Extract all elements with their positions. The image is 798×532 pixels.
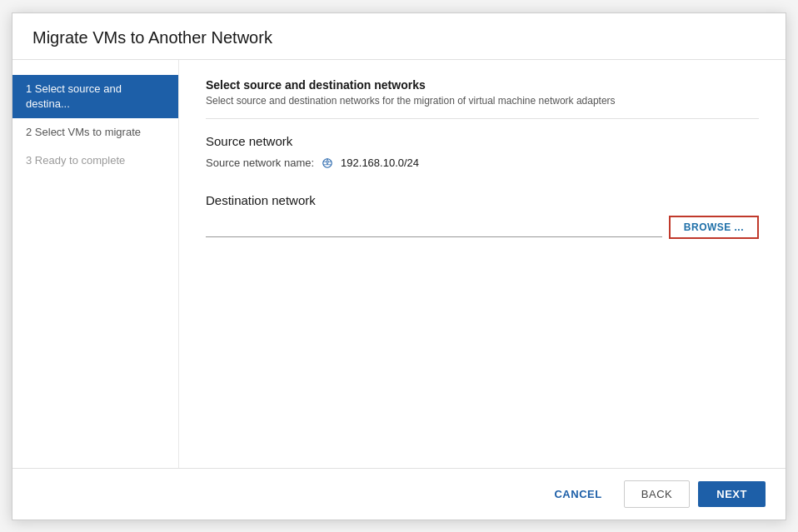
next-button[interactable]: NEXT: [698, 481, 766, 507]
section-desc: Select source and destination networks f…: [206, 95, 759, 119]
svg-point-0: [323, 158, 332, 167]
step-2-label: 2 Select VMs to migrate: [26, 126, 141, 138]
wizard-step-3: 3 Ready to complete: [12, 147, 178, 175]
main-content: Select source and destination networks S…: [179, 60, 786, 468]
source-network-row: Source network name: 192.168.10.0/24: [206, 157, 759, 170]
migrate-vms-dialog: Migrate VMs to Another Network 1 Select …: [12, 12, 786, 520]
wizard-step-1[interactable]: 1 Select source and destina...: [12, 75, 178, 118]
wizard-sidebar: 1 Select source and destina... 2 Select …: [12, 60, 179, 468]
destination-network-input[interactable]: [206, 217, 662, 237]
step-3-label: 3 Ready to complete: [26, 154, 125, 167]
destination-network-group: Destination network BROWSE ...: [206, 193, 759, 239]
dialog-title: Migrate VMs to Another Network: [12, 13, 786, 60]
destination-row: BROWSE ...: [206, 216, 759, 239]
section-title: Select source and destination networks: [206, 78, 759, 92]
dialog-footer: CANCEL BACK NEXT: [12, 468, 786, 520]
source-network-value: 192.168.10.0/24: [341, 157, 419, 169]
back-button[interactable]: BACK: [624, 480, 690, 508]
source-network-name-label: Source network name:: [206, 157, 314, 169]
dialog-body: 1 Select source and destina... 2 Select …: [12, 60, 786, 468]
browse-button[interactable]: BROWSE ...: [669, 216, 759, 239]
network-icon: [321, 157, 334, 170]
cancel-button[interactable]: CANCEL: [541, 481, 615, 507]
destination-network-label: Destination network: [206, 193, 759, 207]
source-network-group: Source network Source network name: 192.…: [206, 134, 759, 170]
wizard-step-2[interactable]: 2 Select VMs to migrate: [12, 118, 178, 147]
step-1-label: 1 Select source and destina...: [26, 82, 122, 110]
source-network-label: Source network: [206, 134, 759, 148]
